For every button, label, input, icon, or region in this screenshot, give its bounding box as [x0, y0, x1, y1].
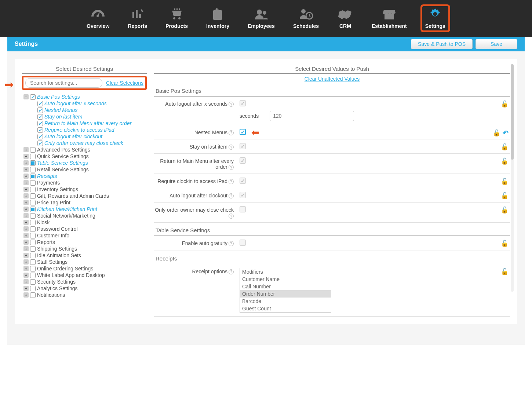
help-icon[interactable]: ?: [229, 165, 234, 170]
tree-sub-item[interactable]: Require clockin to access iPad: [37, 127, 147, 133]
seconds-input[interactable]: [270, 111, 354, 121]
unlock-icon[interactable]: 🔓: [501, 178, 509, 185]
checkbox[interactable]: [37, 127, 43, 133]
listbox-item[interactable]: Order Number: [240, 290, 331, 298]
expand-icon[interactable]: +: [23, 266, 29, 271]
expand-icon[interactable]: +: [23, 279, 29, 284]
expand-icon[interactable]: +: [23, 273, 29, 278]
checkbox-nested-menus[interactable]: [240, 129, 246, 135]
expand-icon[interactable]: +: [23, 180, 29, 185]
checkbox[interactable]: [30, 180, 36, 186]
tree-item[interactable]: +Price Tag Print: [23, 199, 147, 206]
checkbox[interactable]: [30, 220, 36, 225]
clear-selections-link[interactable]: Clear Selections: [106, 80, 143, 86]
nav-settings[interactable]: Settings: [420, 4, 450, 32]
tree-item[interactable]: +Kiosk: [23, 219, 147, 226]
checkbox[interactable]: [37, 134, 43, 139]
expand-icon[interactable]: +: [23, 167, 29, 172]
tree-item[interactable]: +Quick Service Settings: [23, 153, 147, 160]
tree-item[interactable]: +Password Control: [23, 226, 147, 232]
expand-icon[interactable]: +: [23, 240, 29, 245]
checkbox[interactable]: [30, 259, 36, 265]
expand-icon[interactable]: +: [23, 253, 29, 258]
checkbox[interactable]: [37, 121, 43, 126]
help-icon[interactable]: ?: [229, 145, 234, 150]
checkbox[interactable]: [37, 114, 43, 120]
tree-item[interactable]: +White Label App and Desktop: [23, 272, 147, 278]
tree-item[interactable]: +Reports: [23, 239, 147, 245]
checkbox[interactable]: [30, 279, 36, 285]
tree-item[interactable]: +Customer Info: [23, 232, 147, 239]
checkbox[interactable]: [30, 273, 36, 278]
tree-item-basic-pos[interactable]: − Basic Pos Settings: [23, 94, 147, 100]
listbox-item[interactable]: Guest Count: [240, 305, 331, 312]
unlock-icon[interactable]: 🔓: [501, 100, 509, 108]
tree-item[interactable]: +Kitchen View/Kitchen Print: [23, 206, 147, 212]
tree-item[interactable]: +Idle Animation Sets: [23, 252, 147, 259]
nav-employees[interactable]: Employees: [248, 8, 275, 29]
collapse-icon[interactable]: −: [23, 94, 29, 99]
help-icon[interactable]: ?: [229, 179, 234, 184]
checkbox[interactable]: [37, 101, 43, 106]
expand-icon[interactable]: +: [23, 160, 29, 165]
help-icon[interactable]: ?: [229, 193, 234, 198]
checkbox[interactable]: [30, 233, 36, 238]
unlock-icon[interactable]: 🔓: [501, 192, 509, 200]
checkbox[interactable]: [30, 226, 36, 232]
checkbox[interactable]: [30, 246, 36, 252]
checkbox[interactable]: [30, 160, 36, 166]
help-icon[interactable]: ?: [229, 130, 234, 135]
checkbox[interactable]: [30, 213, 36, 219]
tree-item[interactable]: +Table Service Settings: [23, 160, 147, 166]
tree-sub-item[interactable]: Auto logout after clockout: [37, 133, 147, 140]
tree-sub-item[interactable]: Auto logout after x seconds: [37, 100, 147, 107]
nav-establishment[interactable]: Establishment: [372, 8, 407, 29]
nav-products[interactable]: Products: [165, 8, 188, 29]
listbox-item[interactable]: Call Number: [240, 283, 331, 290]
listbox-item[interactable]: Customer Name: [240, 276, 331, 283]
help-icon[interactable]: ?: [229, 269, 234, 274]
tree-item[interactable]: +Gift, Rewards and Admin Cards: [23, 193, 147, 199]
nav-crm[interactable]: CRM: [337, 8, 353, 29]
tree-item[interactable]: +Social Network/Marketing: [23, 212, 147, 219]
help-icon[interactable]: ?: [229, 241, 234, 246]
expand-icon[interactable]: +: [23, 193, 29, 198]
checkbox[interactable]: [30, 147, 36, 153]
save-push-button[interactable]: Save & Push to POS: [411, 39, 473, 49]
expand-icon[interactable]: +: [23, 213, 29, 218]
expand-icon[interactable]: +: [23, 226, 29, 231]
tree-item[interactable]: +Staff Settings: [23, 259, 147, 265]
tree-sub-item[interactable]: Return to Main Menu after every order: [37, 120, 147, 127]
tree-sub-item[interactable]: Stay on last item: [37, 113, 147, 120]
nav-reports[interactable]: Reports: [128, 8, 147, 29]
tree-item[interactable]: +Security Settings: [23, 278, 147, 285]
checkbox[interactable]: [30, 292, 36, 298]
expand-icon[interactable]: +: [23, 233, 29, 238]
nav-schedules[interactable]: Schedules: [293, 8, 319, 29]
tree-item[interactable]: +Notifications: [23, 292, 147, 298]
checkbox[interactable]: [30, 187, 36, 192]
expand-icon[interactable]: +: [23, 259, 29, 265]
checkbox[interactable]: [30, 174, 36, 179]
checkbox-stay[interactable]: [240, 143, 246, 149]
listbox-item[interactable]: Barcode: [240, 298, 331, 305]
tree-item[interactable]: +Inventory Settings: [23, 186, 147, 193]
unlock-icon[interactable]: 🔓: [501, 240, 509, 247]
tree-item[interactable]: +Payments: [23, 179, 147, 186]
unlock-icon[interactable]: 🔓: [501, 157, 509, 165]
expand-icon[interactable]: +: [23, 147, 29, 152]
unlock-icon[interactable]: 🔓: [501, 206, 509, 214]
scrollbar[interactable]: [511, 64, 514, 292]
checkbox[interactable]: [30, 207, 36, 212]
checkbox-auto-gratuity[interactable]: [240, 240, 246, 246]
checkbox-only-owner[interactable]: [240, 206, 246, 212]
expand-icon[interactable]: +: [23, 187, 29, 192]
checkbox-return-main[interactable]: [240, 157, 246, 164]
scrollbar-thumb[interactable]: [511, 64, 514, 160]
unlock-icon[interactable]: 🔓: [493, 129, 500, 137]
checkbox[interactable]: [30, 94, 36, 100]
expand-icon[interactable]: +: [23, 154, 29, 159]
help-icon[interactable]: ?: [229, 102, 234, 107]
tree-item[interactable]: +Analytics Settings: [23, 285, 147, 292]
expand-icon[interactable]: +: [23, 292, 29, 298]
